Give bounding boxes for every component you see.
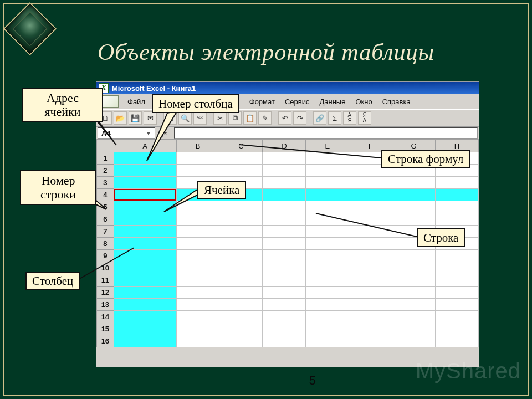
formula-input[interactable] [174,127,478,139]
cell[interactable] [219,299,263,311]
cell[interactable] [263,238,306,250]
cell[interactable] [306,189,349,201]
cell[interactable] [219,274,263,287]
cell[interactable] [436,262,479,274]
column-header[interactable]: B [176,140,219,152]
row-header[interactable]: 7 [97,226,114,238]
cell[interactable] [263,177,306,189]
menu-item[interactable]: Справка [378,96,415,107]
cell[interactable] [306,201,349,213]
row-header[interactable]: 15 [97,323,114,335]
redo-icon[interactable]: ↷ [293,111,306,125]
format-painter-icon[interactable]: ✎ [258,111,272,125]
cell[interactable] [263,250,306,262]
spellcheck-icon[interactable]: ᴬᴮᶜ [193,111,207,125]
row-header[interactable]: 2 [97,165,114,177]
cell[interactable] [114,213,176,226]
cell[interactable] [392,311,436,323]
cell[interactable] [263,335,306,347]
menu-item[interactable]: Данные [315,96,350,107]
cell[interactable] [349,335,392,347]
cell[interactable] [176,226,219,238]
cell[interactable] [392,177,436,189]
cell[interactable] [306,238,349,250]
cell[interactable] [263,189,306,201]
menu-item[interactable]: Окно [351,96,376,107]
row-header[interactable]: 3 [97,177,114,189]
autosum-icon[interactable]: Σ [328,111,341,125]
cell[interactable] [263,323,306,335]
menu-item[interactable]: Сервис [280,96,314,107]
cell[interactable] [392,274,436,287]
cell[interactable] [306,335,349,347]
cell[interactable] [114,226,176,238]
cell[interactable] [392,262,436,274]
cell[interactable] [349,323,392,335]
cell[interactable] [306,299,349,311]
cell[interactable] [176,287,219,299]
row-header[interactable]: 13 [97,299,114,311]
cell[interactable] [436,323,479,335]
cell[interactable] [306,250,349,262]
save-icon[interactable]: 💾 [129,111,142,125]
cell[interactable] [219,262,263,274]
cell[interactable] [114,238,176,250]
print-icon[interactable]: 🖶 [163,111,177,125]
cell[interactable] [263,274,306,287]
cell[interactable] [392,250,436,262]
cell[interactable] [392,335,436,347]
cell[interactable] [436,213,479,226]
cell[interactable] [114,335,176,347]
sort-desc-icon[interactable]: ЯА [358,111,371,125]
cell[interactable] [306,262,349,274]
cell[interactable] [349,189,392,201]
cell[interactable] [219,323,263,335]
cell[interactable] [349,177,392,189]
cell[interactable] [176,250,219,262]
cell[interactable] [114,177,176,189]
cell[interactable] [436,311,479,323]
cell[interactable] [306,226,349,238]
cell[interactable] [114,311,176,323]
cell[interactable] [176,262,219,274]
row-header[interactable]: 1 [97,152,114,165]
cell[interactable] [349,311,392,323]
cell[interactable] [114,323,176,335]
cell[interactable] [436,335,479,347]
cell[interactable] [392,201,436,213]
cell[interactable] [436,177,479,189]
row-header[interactable]: 12 [97,287,114,299]
row-header[interactable]: 5 [97,201,114,213]
cell[interactable] [349,299,392,311]
cell[interactable] [392,323,436,335]
cell[interactable] [219,213,263,226]
cell[interactable] [306,213,349,226]
menu-item[interactable]: Формат [245,96,279,107]
cell[interactable] [176,238,219,250]
cell[interactable] [219,152,263,165]
select-all-corner[interactable] [97,140,114,152]
cell[interactable] [219,311,263,323]
cell[interactable] [263,287,306,299]
cell[interactable] [176,165,219,177]
cell[interactable] [436,287,479,299]
cell[interactable] [263,201,306,213]
cell[interactable] [392,287,436,299]
cell[interactable] [176,274,219,287]
cell[interactable] [306,165,349,177]
dropdown-icon[interactable]: ▼ [146,130,151,136]
cell[interactable] [306,311,349,323]
cut-icon[interactable]: ✂ [213,111,227,125]
cell[interactable] [219,201,263,213]
cell[interactable] [176,299,219,311]
cell[interactable] [176,323,219,335]
cell[interactable] [263,311,306,323]
column-header[interactable]: C [219,140,263,152]
cell[interactable] [349,226,392,238]
cell[interactable] [263,226,306,238]
cell[interactable] [306,274,349,287]
sort-asc-icon[interactable]: АЯ [343,111,356,125]
row-header[interactable]: 11 [97,274,114,287]
row-header[interactable]: 8 [97,238,114,250]
cell[interactable] [114,287,176,299]
